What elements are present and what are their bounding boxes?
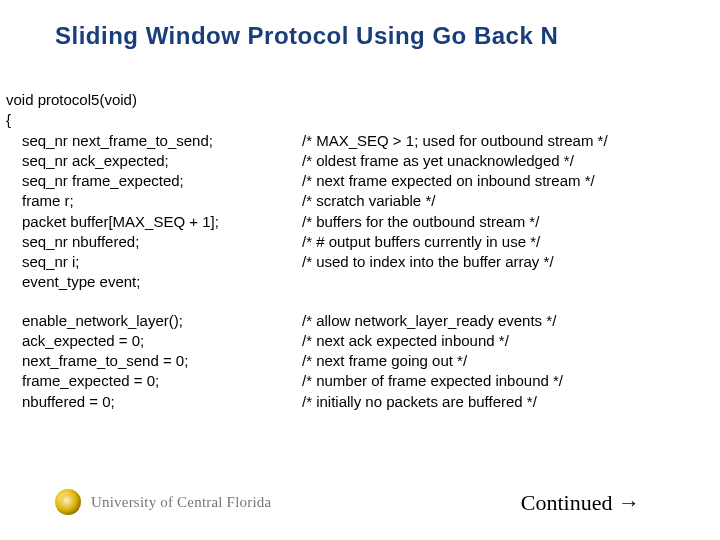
slide: Sliding Window Protocol Using Go Back N …	[0, 0, 720, 540]
code-comment: /* used to index into the buffer array *…	[302, 252, 700, 272]
code-decl: seq_nr next_frame_to_send;	[6, 131, 302, 151]
code-decl: frame r;	[6, 191, 302, 211]
code-stmt: frame_expected = 0;	[6, 371, 302, 391]
code-comment: /* MAX_SEQ > 1; used for outbound stream…	[302, 131, 700, 151]
code-decl: seq_nr frame_expected;	[6, 171, 302, 191]
code-area: void protocol5(void) { seq_nr next_frame…	[6, 90, 700, 412]
code-stmt: ack_expected = 0;	[6, 331, 302, 351]
code-decl: packet buffer[MAX_SEQ + 1];	[6, 212, 302, 232]
code-comment: /* # output buffers currently in use */	[302, 232, 700, 252]
code-comment	[302, 272, 700, 292]
code-comment: /* allow network_layer_ready events */	[302, 311, 700, 331]
code-comment: /* initially no packets are buffered */	[302, 392, 700, 412]
code-decl: event_type event;	[6, 272, 302, 292]
code-decl: seq_nr nbuffered;	[6, 232, 302, 252]
code-comment: /* oldest frame as yet unacknowledged */	[302, 151, 700, 171]
university-name: University of Central Florida	[91, 494, 271, 511]
code-comment: /* next frame going out */	[302, 351, 700, 371]
code-comment: /* next ack expected inbound */	[302, 331, 700, 351]
code-stmt: enable_network_layer();	[6, 311, 302, 331]
blank-line	[6, 293, 700, 311]
slide-title: Sliding Window Protocol Using Go Back N	[55, 22, 700, 50]
code-line: {	[6, 110, 286, 130]
code-comment: /* number of frame expected inbound */	[302, 371, 700, 391]
code-stmt: next_frame_to_send = 0;	[6, 351, 302, 371]
pegasus-seal-icon	[55, 489, 81, 515]
code-comment: /* next frame expected on inbound stream…	[302, 171, 700, 191]
code-comment: /* buffers for the outbound stream */	[302, 212, 700, 232]
code-comment: /* scratch variable */	[302, 191, 700, 211]
code-stmt: nbuffered = 0;	[6, 392, 302, 412]
continued-label: Continued →	[521, 490, 640, 516]
code-line: void protocol5(void)	[6, 90, 286, 110]
code-block: void protocol5(void) { seq_nr next_frame…	[6, 90, 700, 412]
university-logo: University of Central Florida	[55, 489, 271, 515]
code-decl: seq_nr ack_expected;	[6, 151, 302, 171]
code-decl: seq_nr i;	[6, 252, 302, 272]
